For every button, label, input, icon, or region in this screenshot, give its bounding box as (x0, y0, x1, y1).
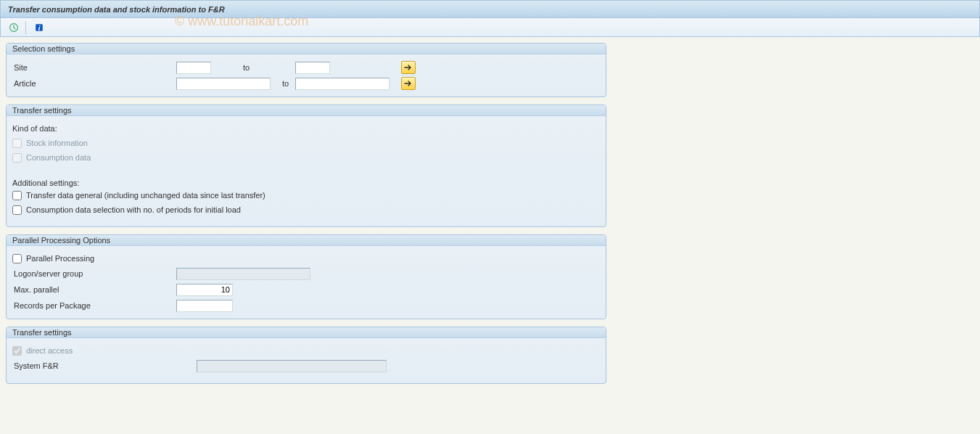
title-bar: Transfer consumption data and stock info… (0, 0, 980, 18)
row-site: Site to (12, 60, 600, 75)
group-parallel-processing: Parallel Processing Options Parallel Pro… (6, 234, 606, 319)
transfer-general-checkbox[interactable] (12, 191, 22, 200)
stock-information-checkbox (12, 139, 22, 148)
direct-access-label: direct access (26, 346, 73, 355)
label-logon-group: Logon/server group (12, 269, 176, 278)
records-per-package-input[interactable] (176, 300, 233, 312)
label-records-per-package: Records per Package (12, 301, 176, 310)
site-range-button[interactable] (401, 61, 416, 74)
max-parallel-input[interactable] (176, 284, 233, 296)
row-consumption-data: Consumption data (12, 151, 600, 164)
row-article: Article to (12, 76, 600, 91)
parallel-processing-label: Parallel Processing (26, 254, 94, 263)
group-header: Parallel Processing Options (7, 235, 606, 246)
row-stock-information: Stock information (12, 136, 600, 150)
label-article: Article (12, 79, 176, 88)
consumption-periods-label: Consumption data selection with no. of p… (26, 205, 241, 214)
row-transfer-general: Transfer data general (including unchang… (12, 189, 600, 202)
label-system-fr: System F&R (12, 361, 197, 370)
toolbar: i © www.tutorialkart.com (0, 18, 980, 37)
to-label: to (271, 79, 295, 88)
group-transfer-settings-2: Transfer settings direct access System F… (6, 327, 606, 384)
consumption-periods-checkbox[interactable] (12, 205, 22, 215)
group-header: Transfer settings (7, 105, 606, 116)
row-records-per-package: Records per Package (12, 298, 600, 313)
label-site: Site (12, 63, 176, 72)
consumption-data-checkbox (12, 153, 22, 163)
logon-group-input (176, 268, 310, 280)
row-system-fr: System F&R (12, 359, 600, 373)
group-header: Transfer settings (7, 327, 606, 338)
article-range-button[interactable] (401, 77, 416, 90)
parallel-processing-checkbox[interactable] (12, 254, 22, 263)
row-consumption-periods: Consumption data selection with no. of p… (12, 203, 600, 216)
row-parallel-processing: Parallel Processing (12, 252, 600, 265)
to-label: to (211, 63, 295, 72)
stock-information-label: Stock information (26, 139, 88, 147)
label-max-parallel: Max. parallel (12, 285, 176, 294)
transfer-general-label: Transfer data general (including unchang… (26, 191, 265, 200)
group-selection-settings: Selection settings Site to Article to (6, 43, 606, 97)
article-to-input[interactable] (295, 78, 390, 90)
row-direct-access: direct access (12, 344, 600, 357)
info-icon[interactable]: i (32, 20, 46, 35)
page-title: Transfer consumption data and stock info… (8, 5, 225, 14)
toolbar-separator (25, 21, 26, 34)
row-max-parallel: Max. parallel (12, 282, 600, 297)
article-from-input[interactable] (176, 78, 271, 90)
svg-text:i: i (38, 23, 41, 31)
additional-settings-label: Additional settings: (12, 179, 600, 187)
group-header: Selection settings (7, 44, 606, 54)
system-fr-input (197, 360, 387, 372)
content-area: Selection settings Site to Article to (0, 37, 980, 397)
consumption-data-label: Consumption data (26, 153, 91, 162)
direct-access-checkbox (12, 346, 22, 356)
site-from-input[interactable] (176, 62, 211, 74)
execute-icon[interactable] (7, 20, 21, 35)
row-logon-group: Logon/server group (12, 266, 600, 281)
group-transfer-settings: Transfer settings Kind of data: Stock in… (6, 105, 606, 227)
site-to-input[interactable] (295, 62, 330, 74)
kind-of-data-label: Kind of data: (12, 122, 600, 135)
